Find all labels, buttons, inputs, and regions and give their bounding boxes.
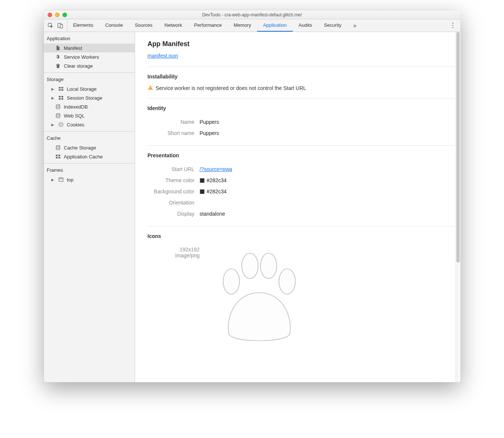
field-value: Puppers bbox=[200, 119, 219, 125]
sidebar-item-label: Application Cache bbox=[64, 154, 103, 160]
field-display: Display standalone bbox=[148, 208, 460, 219]
sidebar-item-top-frame[interactable]: ▶ top bbox=[44, 175, 135, 184]
tabbar-tools bbox=[44, 19, 67, 32]
sidebar-item-indexeddb[interactable]: IndexedDB bbox=[44, 102, 135, 111]
field-value: Puppers bbox=[200, 130, 219, 136]
device-toolbar-icon[interactable] bbox=[57, 23, 63, 29]
tab-label: Audits bbox=[299, 22, 312, 28]
color-swatch bbox=[200, 189, 205, 194]
warning-text: Service worker is not registered or does… bbox=[156, 85, 306, 91]
frame-icon bbox=[58, 177, 64, 183]
sidebar-item-cache-storage[interactable]: Cache Storage bbox=[44, 143, 135, 152]
tab-application[interactable]: Application bbox=[257, 19, 293, 32]
sidebar-item-label: Service Workers bbox=[64, 54, 99, 60]
svg-rect-3 bbox=[59, 87, 61, 88]
sidebar-item-local-storage[interactable]: ▶ Local Storage bbox=[44, 84, 135, 93]
field-start-url: Start URL /?source=pwa bbox=[148, 164, 460, 175]
sidebar-item-session-storage[interactable]: ▶ Session Storage bbox=[44, 93, 135, 102]
tab-memory[interactable]: Memory bbox=[228, 19, 257, 32]
svg-rect-5 bbox=[59, 89, 61, 91]
window-controls bbox=[48, 13, 67, 17]
tab-label: Sources bbox=[135, 22, 153, 28]
scrollbar-thumb[interactable] bbox=[456, 32, 460, 263]
svg-rect-9 bbox=[59, 98, 61, 100]
field-value: standalone bbox=[200, 211, 225, 217]
section-icons: Icons 192x192 image/png bbox=[148, 226, 460, 348]
tab-console[interactable]: Console bbox=[99, 19, 129, 32]
section-title: Presentation bbox=[148, 152, 460, 158]
sidebar-item-label: IndexedDB bbox=[64, 104, 88, 110]
sidebar-group-storage: Storage bbox=[44, 73, 135, 84]
devtools-body: Application Manifest Service Workers Cle… bbox=[44, 32, 460, 382]
section-title: Identity bbox=[148, 105, 460, 111]
tab-overflow-button[interactable]: » bbox=[347, 19, 362, 32]
field-label: Theme color bbox=[148, 177, 200, 183]
sidebar-item-cookies[interactable]: ▶ Cookies bbox=[44, 120, 135, 129]
tab-audits[interactable]: Audits bbox=[293, 19, 318, 32]
page-title: App Manifest bbox=[148, 40, 460, 48]
svg-rect-18 bbox=[56, 155, 58, 156]
trash-icon bbox=[55, 63, 61, 69]
svg-rect-20 bbox=[56, 157, 58, 158]
close-window-button[interactable] bbox=[48, 13, 52, 17]
sidebar-item-application-cache[interactable]: Application Cache bbox=[44, 152, 135, 161]
start-url-link[interactable]: /?source=pwa bbox=[200, 166, 232, 172]
titlebar: DevTools - cra-web-app-manifest-defaut.g… bbox=[44, 10, 460, 19]
tab-label: Network bbox=[164, 22, 182, 28]
database-icon bbox=[55, 113, 61, 119]
field-value: #282c34 bbox=[200, 177, 227, 183]
svg-rect-19 bbox=[58, 155, 60, 156]
tab-performance[interactable]: Performance bbox=[188, 19, 228, 32]
svg-point-13 bbox=[59, 123, 63, 127]
tab-label: Application bbox=[263, 22, 287, 28]
sidebar-item-service-workers[interactable]: Service Workers bbox=[44, 52, 135, 61]
section-installability: Installability Service worker is not reg… bbox=[148, 67, 460, 98]
tab-security[interactable]: Security bbox=[318, 19, 347, 32]
field-label: Display bbox=[148, 211, 200, 217]
tab-sources[interactable]: Sources bbox=[129, 19, 158, 32]
tab-network[interactable]: Network bbox=[158, 19, 188, 32]
installability-warning: Service worker is not registered or does… bbox=[148, 85, 460, 91]
svg-point-17 bbox=[56, 145, 60, 147]
chevron-right-icon: ▶ bbox=[51, 178, 55, 182]
icon-entry: 192x192 image/png bbox=[148, 244, 460, 341]
field-background-color: Background color #282c34 bbox=[148, 186, 460, 197]
tab-elements[interactable]: Elements bbox=[67, 19, 99, 32]
gear-icon bbox=[55, 54, 61, 60]
field-label: Background color bbox=[148, 189, 200, 194]
color-hex: #282c34 bbox=[207, 177, 227, 183]
tab-label: Performance bbox=[194, 22, 222, 28]
svg-rect-2 bbox=[60, 25, 63, 28]
grid-icon bbox=[55, 154, 61, 160]
devtools-menu-button[interactable] bbox=[446, 19, 460, 32]
sidebar-item-clear-storage[interactable]: Clear storage bbox=[44, 61, 135, 70]
sidebar-group-cache: Cache bbox=[44, 131, 135, 143]
tab-label: Memory bbox=[234, 22, 251, 28]
icon-size: 192x192 bbox=[148, 247, 200, 252]
sidebar-item-manifest[interactable]: Manifest bbox=[44, 44, 135, 52]
chevron-right-icon: ▶ bbox=[51, 96, 55, 100]
svg-point-15 bbox=[61, 124, 62, 125]
sidebar-item-websql[interactable]: Web SQL bbox=[44, 111, 135, 120]
file-icon bbox=[55, 45, 61, 51]
devtools-tabbar: Elements Console Sources Network Perform… bbox=[44, 19, 460, 32]
scrollbar[interactable] bbox=[455, 32, 460, 382]
svg-point-28 bbox=[279, 269, 295, 294]
inspect-element-icon[interactable] bbox=[48, 23, 54, 29]
grid-icon bbox=[58, 86, 64, 92]
svg-point-14 bbox=[60, 123, 61, 124]
app-icon-preview bbox=[211, 244, 308, 341]
zoom-window-button[interactable] bbox=[62, 13, 67, 17]
svg-point-11 bbox=[56, 104, 60, 106]
application-sidebar: Application Manifest Service Workers Cle… bbox=[44, 32, 135, 382]
sidebar-group-application: Application bbox=[44, 32, 135, 44]
color-swatch bbox=[200, 178, 205, 183]
minimize-window-button[interactable] bbox=[55, 13, 60, 17]
warning-icon bbox=[148, 85, 153, 91]
section-identity: Identity Name Puppers Short name Puppers bbox=[148, 98, 460, 145]
sidebar-item-label: Cookies bbox=[67, 122, 84, 128]
svg-rect-8 bbox=[61, 96, 63, 97]
manifest-link[interactable]: manifest.json bbox=[148, 53, 178, 59]
svg-rect-21 bbox=[58, 157, 60, 158]
chevron-right-icon: ▶ bbox=[51, 123, 55, 127]
